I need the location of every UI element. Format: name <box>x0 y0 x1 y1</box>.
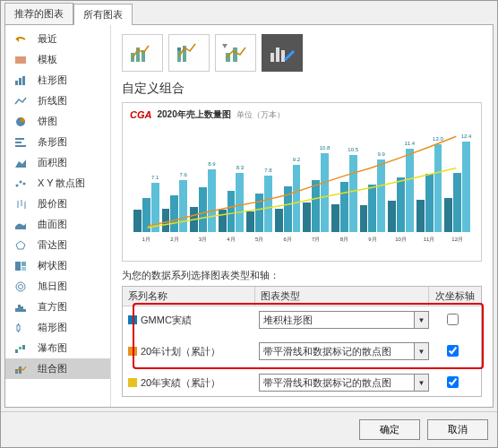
svg-rect-18 <box>21 262 26 266</box>
svg-rect-31 <box>22 345 25 349</box>
svg-rect-33 <box>19 366 21 374</box>
recent-icon <box>13 33 30 46</box>
svg-marker-42 <box>222 44 228 48</box>
box-icon <box>13 322 30 334</box>
svg-point-11 <box>20 180 22 183</box>
cancel-button[interactable]: 取消 <box>427 419 488 440</box>
dropdown-arrow-icon: ▼ <box>414 343 428 359</box>
template-icon <box>13 54 30 66</box>
series-row: 20年计划（累計）带平滑线和数据标记的散点图▼ <box>123 333 481 365</box>
combo-subtype-2[interactable] <box>168 34 210 72</box>
sidebar-item-label: 瀑布图 <box>38 341 67 355</box>
tab-recommended[interactable]: 推荐的图表 <box>4 3 73 24</box>
svg-rect-2 <box>15 81 18 85</box>
svg-rect-30 <box>19 347 21 349</box>
sidebar-item-waterfall[interactable]: 瀑布图 <box>5 338 110 358</box>
treemap-icon <box>13 260 30 272</box>
sidebar-item-label: 面积图 <box>38 156 67 169</box>
secondary-axis-checkbox[interactable] <box>447 376 459 388</box>
sidebar-item-stock[interactable]: 股价图 <box>5 194 110 214</box>
svg-rect-41 <box>233 47 237 62</box>
sidebar-item-label: 曲面图 <box>38 218 67 231</box>
svg-rect-8 <box>15 145 26 147</box>
pie-icon <box>13 116 30 128</box>
svg-rect-7 <box>15 142 21 143</box>
series-swatch <box>128 347 137 356</box>
sidebar-item-label: 模板 <box>38 53 57 66</box>
grid-label: 为您的数据系列选择图表类型和轴： <box>122 269 482 282</box>
svg-rect-22 <box>15 308 18 312</box>
svg-rect-6 <box>15 138 24 140</box>
sidebar-item-line[interactable]: 折线图 <box>5 90 110 111</box>
combo-subtype-3[interactable] <box>215 34 256 72</box>
sidebar-item-surface[interactable]: 曲面图 <box>5 214 110 235</box>
sidebar-item-label: 箱形图 <box>38 321 67 334</box>
sidebar-item-area[interactable]: 面积图 <box>5 152 110 173</box>
chart-type-select[interactable]: 带平滑线和数据标记的散点图▼ <box>259 342 429 360</box>
combo-icon <box>13 363 30 375</box>
chart-preview[interactable]: CGA 2020年売上数量图 单位（万本） 7.11月7.62月8.93月8.3… <box>122 102 482 262</box>
sidebar-item-histogram[interactable]: 直方图 <box>5 297 110 317</box>
grid-header-name: 系列名称 <box>123 287 255 306</box>
svg-rect-39 <box>177 47 181 51</box>
sidebar-item-column[interactable]: 柱形图 <box>5 70 110 90</box>
svg-point-12 <box>23 182 26 185</box>
combo-subtype-1[interactable] <box>122 34 163 72</box>
sidebar-item-box[interactable]: 箱形图 <box>5 317 110 338</box>
sidebar-item-label: X Y 散点图 <box>38 177 85 190</box>
svg-point-21 <box>19 284 23 289</box>
sidebar-item-label: 折线图 <box>38 94 67 108</box>
svg-rect-17 <box>15 262 21 271</box>
section-title: 自定义组合 <box>122 81 482 97</box>
sidebar-item-label: 饼图 <box>38 115 57 128</box>
sidebar-item-label: 树状图 <box>38 259 67 272</box>
preview-logo: CGA <box>130 109 151 120</box>
svg-rect-25 <box>23 309 26 312</box>
sidebar-item-pie[interactable]: 饼图 <box>5 111 110 132</box>
tab-all[interactable]: 所有图表 <box>73 4 133 25</box>
ok-button[interactable]: 确定 <box>359 419 420 440</box>
area-icon <box>13 157 30 169</box>
svg-line-46 <box>285 51 294 60</box>
svg-point-20 <box>16 282 25 291</box>
sidebar-item-label: 直方图 <box>38 300 67 314</box>
series-row: GMMC実績堆积柱形图▼ <box>123 306 481 333</box>
svg-rect-29 <box>15 349 18 353</box>
svg-rect-26 <box>17 325 20 331</box>
sidebar-item-sunburst[interactable]: 旭日图 <box>5 276 110 297</box>
sidebar-item-recent[interactable]: 最近 <box>5 29 110 49</box>
svg-point-10 <box>16 184 19 186</box>
svg-rect-19 <box>21 267 26 271</box>
secondary-axis-checkbox[interactable] <box>447 345 459 357</box>
sidebar-item-template[interactable]: 模板 <box>5 49 110 70</box>
chart-type-select[interactable]: 带平滑线和数据标记的散点图▼ <box>259 374 429 392</box>
combo-subtype-custom[interactable] <box>262 34 303 72</box>
sidebar-item-scatter[interactable]: X Y 散点图 <box>5 173 110 194</box>
svg-rect-43 <box>270 53 274 62</box>
sidebar-item-label: 股价图 <box>38 197 67 211</box>
svg-rect-3 <box>19 78 21 85</box>
grid-header-axis: 次坐标轴 <box>429 287 481 306</box>
svg-rect-44 <box>276 47 279 62</box>
sidebar-item-radar[interactable]: 雷达图 <box>5 235 110 255</box>
svg-rect-45 <box>281 50 285 62</box>
bar-icon <box>13 136 30 149</box>
sidebar-item-bar[interactable]: 条形图 <box>5 132 110 152</box>
sidebar-item-label: 雷达图 <box>38 238 67 252</box>
series-name: GMMC実績 <box>141 314 259 327</box>
sidebar-item-label: 最近 <box>38 32 57 46</box>
sidebar-item-combo[interactable]: 组合图 <box>5 358 110 379</box>
series-name: 20年计划（累計） <box>141 345 259 358</box>
svg-rect-24 <box>21 306 23 312</box>
sidebar-item-treemap[interactable]: 树状图 <box>5 255 110 276</box>
radar-icon <box>13 239 30 252</box>
waterfall-icon <box>13 342 30 355</box>
svg-rect-4 <box>22 76 25 85</box>
chart-type-select[interactable]: 堆积柱形图▼ <box>259 311 429 329</box>
dropdown-arrow-icon: ▼ <box>414 375 428 391</box>
sidebar-item-label: 旭日图 <box>38 280 67 293</box>
series-name: 20年実績（累計） <box>141 376 259 390</box>
series-swatch <box>128 315 137 324</box>
secondary-axis-checkbox[interactable] <box>447 314 459 325</box>
series-grid: 系列名称 图表类型 次坐标轴 GMMC実績堆积柱形图▼20年计划（累計）带平滑线… <box>122 286 482 397</box>
